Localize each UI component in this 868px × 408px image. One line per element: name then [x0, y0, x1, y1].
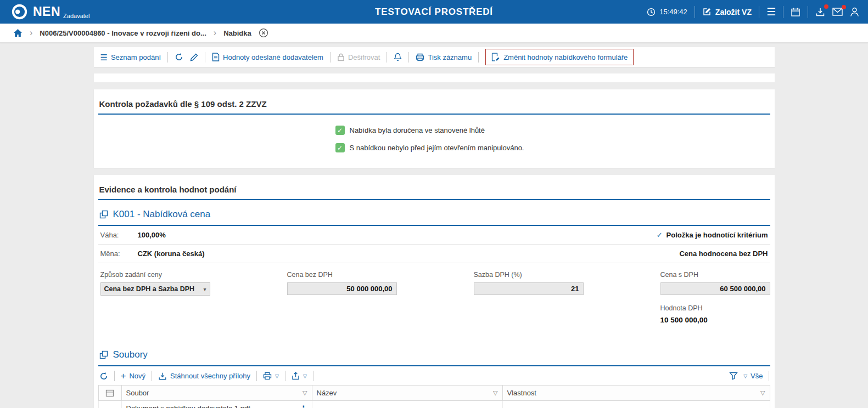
- cena-s-dph-input[interactable]: [660, 282, 770, 295]
- section-icon: [99, 210, 108, 219]
- zpusob-zadani-ceny-select[interactable]: Cena bez DPH a Sazba DPH ▾: [100, 282, 210, 296]
- seznam-podani-label: Seznam podání: [111, 53, 161, 61]
- edit-square-icon: [702, 7, 712, 16]
- calendar-button[interactable]: [791, 7, 800, 17]
- toolbar-divider: [167, 52, 168, 63]
- toolbar-divider: [408, 52, 409, 63]
- column-header-nazev[interactable]: Název ▽: [312, 386, 502, 401]
- messages-button[interactable]: [832, 8, 843, 16]
- check-label: S nabídkou nebylo před jejím otevřením m…: [350, 144, 524, 152]
- kriterium-flag-label: Položka je hodnotící kritérium: [667, 231, 768, 239]
- zmenit-hodnoty-button[interactable]: Změnit hodnoty nabídkového formuláře: [485, 49, 634, 65]
- select-arrow-icon: ▾: [203, 286, 206, 292]
- desifrovat-label: Dešifrovat: [348, 53, 380, 61]
- dropdown-arrow-icon: ▽: [303, 373, 307, 379]
- toolbar-divider: [330, 52, 331, 63]
- export-menu-button[interactable]: ▽: [292, 372, 307, 380]
- vaha-row: Váha: 100,00% ✓ Položka je hodnotící kri…: [98, 226, 770, 245]
- kriterium-flag: ✓ Položka je hodnotící kritérium: [657, 231, 768, 239]
- filter-dropdown-icon[interactable]: ▽: [760, 389, 765, 396]
- columns-settings-header[interactable]: [98, 386, 121, 401]
- table-row[interactable]: ••• Dokument s nabídkou dodavatele 1.pdf…: [98, 401, 770, 408]
- toolbar-divider: [769, 371, 769, 381]
- tisk-zaznamu-button[interactable]: Tisk záznamu: [416, 53, 472, 61]
- dropdown-arrow-icon: ▽: [275, 373, 279, 379]
- cena-bez-dph-field: Cena bez DPH: [287, 271, 397, 296]
- filter-button[interactable]: [729, 372, 738, 380]
- document-icon: [212, 53, 220, 61]
- clock-icon: [647, 8, 656, 16]
- zpusob-selected-value: Cena bez DPH a Sazba DPH: [104, 285, 195, 293]
- green-check-icon: ✓: [335, 143, 345, 152]
- soubory-section-header: Soubory: [98, 341, 770, 366]
- breadcrumb-item-procurement[interactable]: N006/25/V00004860 - Inovace v rozvoji ří…: [40, 29, 206, 37]
- brand-role: Zadavatel: [63, 13, 89, 19]
- main-menu-button[interactable]: ☰: [766, 7, 776, 17]
- desifrovat-button: Dešifrovat: [337, 53, 380, 61]
- hamburger-icon: ☰: [766, 7, 776, 17]
- close-tab-icon[interactable]: [259, 28, 268, 38]
- cena-bez-dph-label: Cena bez DPH: [287, 271, 397, 279]
- novy-button[interactable]: + Nový: [121, 371, 146, 381]
- check-row-lhuta: ✓ Nabídka byla doručena ve stanovené lhů…: [335, 126, 770, 135]
- create-vz-button[interactable]: Založit VZ: [702, 7, 752, 16]
- hodnota-dph-value: 10 500 000,00: [660, 316, 770, 324]
- column-header-vlastnost[interactable]: Vlastnost ▽: [502, 386, 770, 401]
- top-header: NEN Zadavatel TESTOVACÍ PROSTŘEDÍ 15:49:…: [0, 0, 868, 24]
- file-vlastnost-cell: [502, 401, 770, 408]
- toolbar-divider: [387, 52, 387, 63]
- breadcrumb: › N006/25/V00004860 - Inovace v rozvoji …: [0, 24, 868, 43]
- column-header-label: Vlastnost: [507, 389, 536, 397]
- zpusob-field: Způsob zadání ceny Cena bez DPH a Sazba …: [100, 271, 210, 296]
- edit-button[interactable]: [190, 53, 198, 61]
- downloads-button[interactable]: [815, 7, 825, 17]
- nen-logo-icon: [11, 3, 28, 20]
- sazba-dph-input[interactable]: [474, 282, 584, 295]
- soubory-section: Soubory + Nový: [98, 341, 770, 408]
- evidence-title: Evidence a kontrola hodnot podání: [98, 185, 770, 200]
- messages-badge: [842, 5, 846, 9]
- hodnoty-odeslane-button[interactable]: Hodnoty odeslané dodavatelem: [212, 53, 323, 61]
- home-icon[interactable]: [13, 29, 23, 37]
- stahnout-prilohy-button[interactable]: Stáhnout všechny přílohy: [158, 372, 250, 381]
- vse-filter-select[interactable]: ▽ Vše: [743, 372, 763, 380]
- printer-icon: [263, 372, 272, 380]
- envelope-icon: [832, 8, 843, 16]
- files-table: Soubor ▽ Název ▽ Vlastnost ▽: [98, 385, 770, 408]
- cell-menu-icon[interactable]: ⋮: [300, 404, 307, 408]
- tisk-zaznamu-label: Tisk záznamu: [428, 53, 472, 61]
- filter-dropdown-icon[interactable]: ▽: [303, 389, 307, 396]
- refresh-button[interactable]: [175, 53, 183, 61]
- header-divider: [808, 6, 808, 18]
- hodnota-dph-field: Hodnota DPH 10 500 000,00: [660, 304, 770, 326]
- stahnout-prilohy-label: Stáhnout všechny přílohy: [170, 372, 250, 380]
- lock-icon: [337, 53, 345, 61]
- column-header-label: Název: [317, 389, 337, 397]
- list-icon: ☰: [100, 53, 108, 61]
- column-header-label: Soubor: [126, 389, 149, 397]
- soubory-refresh-button[interactable]: [99, 372, 108, 381]
- printer-icon: [416, 53, 424, 61]
- refresh-icon: [99, 372, 108, 381]
- hodnota-dph-label: Hodnota DPH: [660, 304, 770, 312]
- profile-button[interactable]: [850, 7, 859, 17]
- filter-dropdown-icon[interactable]: ▽: [493, 389, 497, 396]
- mena-value: CZK (koruna česká): [138, 250, 205, 258]
- row-menu-icon[interactable]: •••: [106, 405, 114, 408]
- column-header-soubor[interactable]: Soubor ▽: [121, 386, 312, 401]
- cena-bez-dph-input[interactable]: [287, 282, 397, 295]
- print-menu-button[interactable]: ▽: [263, 372, 279, 380]
- nen-logo[interactable]: NEN Zadavatel: [11, 3, 89, 20]
- seznam-podani-button[interactable]: ☰ Seznam podání: [100, 53, 161, 61]
- person-icon: [850, 7, 859, 17]
- toolbar-divider: [478, 52, 479, 63]
- file-name[interactable]: Dokument s nabídkou dodavatele 1.pdf: [126, 404, 250, 408]
- bell-icon: [394, 53, 402, 61]
- breadcrumb-item-nabidka[interactable]: Nabídka: [223, 29, 251, 37]
- notifications-button[interactable]: [394, 53, 402, 61]
- dropdown-arrow-icon: ▽: [743, 373, 747, 379]
- check-row-manipulace: ✓ S nabídkou nebylo před jejím otevřením…: [335, 143, 770, 152]
- k001-title: K001 - Nabídková cena: [113, 209, 211, 220]
- soubory-toolbar: + Nový Stáhnout všechny přílohy: [98, 366, 770, 385]
- pencil-icon: [190, 53, 198, 61]
